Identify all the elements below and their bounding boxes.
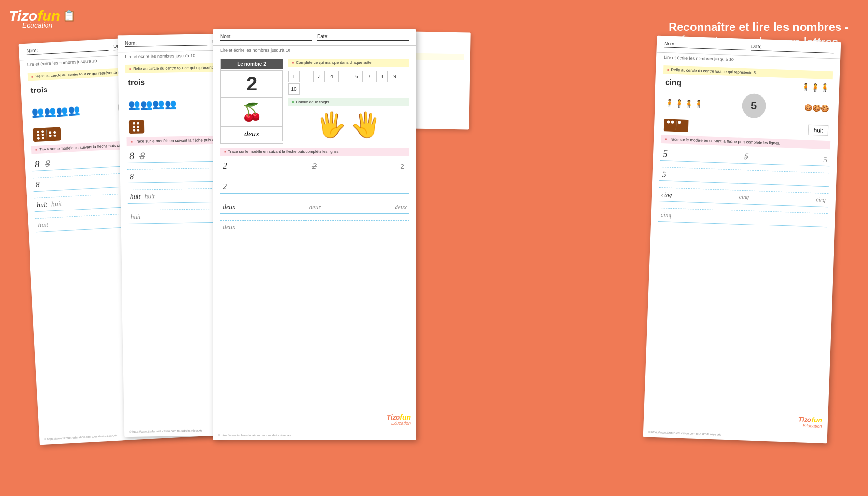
seq-7: 7 (364, 71, 375, 82)
page3-body: Le nombre 2 2 🍒 deux Complète ce qui man… (213, 55, 416, 241)
seq-8: 8 (376, 71, 388, 82)
seq-empty1 (301, 71, 312, 82)
page3-instruction-color: Colorie deux doigts. (288, 98, 409, 106)
page3-write-line4: deux (220, 221, 409, 234)
page3-right: Complète ce qui manque dans chaque suite… (288, 59, 409, 144)
page3-write-line2: 2 (220, 180, 409, 194)
page4-nom-field: Nom: (664, 41, 746, 50)
page2-footer-url: © https://www.tizofun-education.com tous… (129, 429, 202, 433)
page4-objects3: huit (661, 119, 831, 137)
page3-instruction-complete: Complète ce qui manque dans chaque suite… (288, 59, 409, 67)
page4-instruction1: Relie au cercle du centre tout ce qui re… (663, 65, 833, 79)
page3-header: Nom: Date: (213, 29, 416, 46)
page3-hands: 🖐 🖐 (288, 111, 409, 139)
hand-left-icon: 🖐 (316, 111, 346, 139)
page3-card-section: Le nombre 2 2 🍒 deux Complète ce qui man… (220, 59, 409, 144)
page4-footer-url: © https://www.tizofun-education.com tous… (648, 430, 721, 436)
page1-figures-left: 👥👥👥👥 (31, 104, 80, 118)
page4-circle-number: 5 (741, 93, 766, 119)
seq-9: 9 (389, 71, 400, 82)
seq-empty2 (338, 71, 350, 82)
hand-right-icon: 🖐 (351, 111, 381, 139)
page3-card-number: 2 (221, 70, 283, 98)
page4-instruction2: Trace sur le modèle en suivant la flèche… (661, 135, 830, 149)
worksheet-page4: Nom: Date: Lire et écrire les nombres ju… (643, 36, 841, 444)
page3-number-card: Le nombre 2 2 🍒 deux (220, 59, 283, 144)
logo-education: Education (22, 21, 52, 29)
page4-date-field: Date: (751, 44, 834, 53)
page4-body: Relie au cercle du centre tout ce qui re… (651, 61, 840, 235)
page1-domino (33, 127, 61, 142)
page3-card-word: deux (221, 127, 283, 141)
page3-write-line1: 2 2̶ 2 (220, 160, 409, 173)
page2-domino (129, 120, 144, 134)
seq-1: 1 (288, 71, 300, 82)
page4-domino (664, 119, 689, 132)
page1-nom-field: Nom: (26, 44, 108, 55)
page3-dashed2 (220, 194, 409, 200)
page4-word: cinq (665, 78, 681, 87)
page1-word: trois (30, 86, 48, 95)
page3-subtitle: Lire et écrire les nombres jusqu'à 10 (213, 46, 416, 55)
title-line1: Reconnaître et lire les nombres - (669, 19, 849, 34)
page3-dashed3 (220, 214, 409, 221)
page4-word-box: huit (808, 125, 828, 136)
page4-writing: 5 5̶ 5 5 cinq cinq cinq cinq (658, 147, 830, 227)
worksheet-page3: Nom: Date: Lire et écrire les nombres ju… (213, 29, 416, 440)
page4-figures-right: 🧍🧍🧍 (801, 82, 830, 92)
page3-instruction-trace: Trace sur le modèle en suivant la flèche… (220, 148, 409, 156)
page2-word: trois (128, 78, 145, 87)
page1-footer-url: © https://www.tizofun-education.com tous… (44, 434, 117, 441)
page3-dashed1 (220, 173, 409, 180)
page3-number-sequence: 1 3 4 6 7 8 9 10 (288, 71, 409, 95)
page3-brand: Tizofun Education (386, 413, 411, 426)
page3-write-line3: deux deux deux (220, 200, 409, 214)
page4-objects2: 🧍🧍🧍🧍 5 🍪🍪🍪 (662, 90, 832, 120)
seq-4: 4 (326, 71, 337, 82)
page2-figures2: 👥👥👥👥 (128, 98, 177, 110)
page3-date-field: Date: (317, 34, 409, 41)
logo-book-icon: 📋 (62, 10, 76, 22)
page4-brand: Tizofun Education (798, 415, 822, 429)
page3-cherry: 🍒 (221, 98, 283, 127)
seq-6: 6 (351, 71, 363, 82)
page2-nom-field: Nom: (125, 39, 207, 47)
page4-cookies: 🍪🍪🍪 (804, 104, 829, 112)
page3-footer-url: © https://www.tizofun-education.com tous… (218, 434, 291, 436)
page4-objects1: cinq 🧍🧍🧍 (663, 77, 832, 92)
page3-card-title: Le nombre 2 (221, 59, 283, 69)
page4-figures-left: 🧍🧍🧍🧍 (664, 98, 703, 109)
seq-3: 3 (313, 71, 325, 82)
logo: Tizofun 📋 Education (9, 9, 76, 29)
page3-writing: 2 2̶ 2 2 deux deux deux deux (220, 160, 409, 234)
page3-nom-field: Nom: (220, 34, 312, 41)
seq-10: 10 (288, 83, 300, 95)
